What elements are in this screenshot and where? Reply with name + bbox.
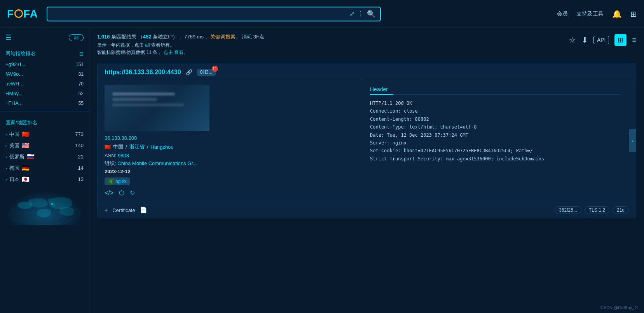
keyword-search-link[interactable]: 关键词搜索 bbox=[210, 34, 236, 40]
filter-icon[interactable]: ☰ bbox=[5, 33, 11, 42]
card-left: 36.133.38.200 🇨🇳 中国 / 浙江省 / Hangzhou ASN… bbox=[98, 79, 363, 202]
chevron-icon: › bbox=[5, 177, 7, 182]
flag-china-card: 🇨🇳 bbox=[105, 144, 111, 150]
bell-icon[interactable]: 🔔 bbox=[612, 9, 622, 19]
refresh-icon[interactable]: ↻ bbox=[130, 189, 135, 196]
header-nav: 会员 支持及工具 🔔 ⊞ bbox=[557, 9, 637, 19]
list-view-button[interactable]: ≡ bbox=[632, 36, 636, 44]
logo: F FA bbox=[7, 8, 42, 20]
fingerprint-item-1[interactable]: +g92+I... 151 bbox=[0, 59, 89, 69]
response-time: 7769 ms bbox=[184, 34, 204, 40]
cert-tag-days[interactable]: 21d bbox=[613, 206, 629, 214]
code-icon[interactable]: </> bbox=[105, 190, 113, 196]
country-list: › 中国 🇨🇳 773 › 美国 🇺🇸 140 › 俄罗斯 🇷🇺 bbox=[0, 129, 89, 185]
asn-link[interactable]: 9808 bbox=[118, 153, 129, 158]
http-line-4: Content-Type: text/html; charset=utf-8 bbox=[370, 123, 621, 131]
all-badge[interactable]: all bbox=[69, 34, 84, 41]
card-action-icons: </> ⬡ ↻ bbox=[105, 189, 356, 196]
star-button[interactable]: ☆ bbox=[569, 35, 576, 45]
card-tabs: Header bbox=[370, 85, 621, 95]
fingerprint-item-4[interactable]: HM6y... 62 bbox=[0, 89, 89, 98]
results-header-row: 1,016 条匹配结果 （452 条独立IP）， 7769 ms， 关键词搜索。… bbox=[89, 28, 644, 57]
country-item-usa[interactable]: › 美国 🇺🇸 140 bbox=[0, 140, 89, 151]
http-line-5: Date: Tue, 12 Dec 2023 07:37:24 GMT bbox=[370, 131, 621, 139]
svg-point-3 bbox=[30, 202, 31, 203]
flag-germany: 🇩🇪 bbox=[22, 164, 30, 172]
fingerprint-item-2[interactable]: fAV9o... 81 bbox=[0, 69, 89, 79]
nav-member[interactable]: 会员 bbox=[557, 10, 568, 17]
grid-icon[interactable]: ⊞ bbox=[630, 9, 637, 19]
http-line-3: Content-Length: 80882 bbox=[370, 115, 621, 123]
card-date: 2023-12-12 bbox=[105, 169, 356, 174]
nginx-icon: N bbox=[108, 178, 114, 184]
main-layout: ☰ all 网站指纹排名 ⊟ +g92+I... 151 fAV9o... 81… bbox=[0, 28, 644, 313]
search-bar: ((title="Logbase" || header="Server: dum… bbox=[47, 7, 381, 21]
card-body: 36.133.38.200 🇨🇳 中国 / 浙江省 / Hangzhou ASN… bbox=[98, 79, 636, 202]
http-line-8: Strict-Transport-Security: max-age=31536… bbox=[370, 155, 621, 163]
footer-credit: CSDN @OidBoy_G bbox=[600, 305, 638, 310]
expand-icon[interactable]: ⤢ bbox=[349, 10, 354, 17]
cert-add-icon[interactable]: + bbox=[105, 207, 108, 213]
tab-header[interactable]: Header bbox=[370, 85, 393, 95]
chevron-icon: › bbox=[5, 155, 7, 159]
search-input[interactable]: ((title="Logbase" || header="Server: dum… bbox=[52, 11, 346, 17]
unique-ip-count: 452 bbox=[143, 34, 152, 40]
results-header-right: ☆ ⬇ API ⊞ ≡ bbox=[569, 33, 636, 46]
flag-japan: 🇯🇵 bbox=[22, 176, 30, 183]
grid-view-button[interactable]: ⊞ bbox=[614, 34, 627, 46]
cert-tag-hash[interactable]: 362f25... bbox=[555, 206, 581, 214]
card-ip[interactable]: 36.133.38.200 bbox=[105, 135, 356, 141]
api-button[interactable]: API bbox=[593, 36, 609, 44]
all-link[interactable]: all bbox=[145, 42, 150, 48]
city-link[interactable]: Hangzhou bbox=[150, 144, 173, 150]
card-badge[interactable]: 0H3... 11 bbox=[197, 69, 216, 76]
province-link[interactable]: 浙江省 bbox=[129, 143, 145, 150]
cert-doc-icon[interactable]: 📄 bbox=[140, 207, 147, 214]
more-icon[interactable]: ⋮ bbox=[358, 10, 364, 17]
http-line-7: Set-Cookie: bhost=021EAC95F56C70725FBE8C… bbox=[370, 147, 621, 155]
cert-tag-tls[interactable]: TLS 1.2 bbox=[585, 206, 609, 214]
chain-icon: 🔗 bbox=[186, 69, 192, 75]
results-note-1: 显示一年内数据，点击 all 查看所有。 bbox=[97, 42, 569, 49]
cube-icon[interactable]: ⬡ bbox=[119, 189, 124, 196]
download-button[interactable]: ⬇ bbox=[581, 35, 588, 45]
sidebar: ☰ all 网站指纹排名 ⊟ +g92+I... 151 fAV9o... 81… bbox=[0, 28, 89, 313]
svg-point-2 bbox=[54, 205, 55, 206]
results-stats: 1,016 条匹配结果 （452 条独立IP）， 7769 ms， 关键词搜索。… bbox=[97, 33, 569, 40]
card-screenshot bbox=[105, 85, 209, 131]
card-location: 🇨🇳 中国 / 浙江省 / Hangzhou bbox=[105, 143, 356, 150]
flag-china: 🇨🇳 bbox=[22, 130, 30, 138]
chevron-icon: › bbox=[5, 143, 7, 148]
content-area: 1,016 条匹配结果 （452 条独立IP）， 7769 ms， 关键词搜索。… bbox=[89, 28, 644, 313]
country-item-china[interactable]: › 中国 🇨🇳 773 bbox=[0, 129, 89, 140]
nginx-badge[interactable]: N nginx bbox=[105, 177, 130, 185]
fingerprint-filter-icon[interactable]: ⊟ bbox=[79, 51, 84, 57]
scroll-hint[interactable]: › bbox=[629, 129, 636, 152]
results-note-2: 智能排除蜜罐/仿真数据 11 条， 点击 查看。 bbox=[97, 49, 569, 56]
http-line-1: HTTP/1.1 200 OK bbox=[370, 99, 621, 107]
search-button[interactable]: 🔍 bbox=[367, 10, 375, 18]
card-tech: N nginx bbox=[105, 177, 356, 185]
chevron-icon: › bbox=[5, 132, 7, 137]
fingerprint-item-3[interactable]: uvWH... 70 bbox=[0, 79, 89, 89]
country-item-russia[interactable]: › 俄罗斯 🇷🇺 21 bbox=[0, 151, 89, 162]
http-line-6: Server: nginx bbox=[370, 139, 621, 147]
fingerprint-item-5[interactable]: +FHA... 55 bbox=[0, 98, 89, 108]
org-link[interactable]: China Mobile Communications Gr... bbox=[117, 160, 197, 166]
nav-tools[interactable]: 支持及工具 bbox=[576, 10, 604, 17]
country-item-japan[interactable]: › 日本 🇯🇵 13 bbox=[0, 174, 89, 185]
cert-label[interactable]: Certificate bbox=[112, 207, 135, 213]
card-url-link[interactable]: https://36.133.38.200:4430 bbox=[105, 69, 181, 76]
sidebar-divider-1 bbox=[0, 111, 89, 111]
results-text-block: 1,016 条匹配结果 （452 条独立IP）， 7769 ms， 关键词搜索。… bbox=[97, 33, 569, 57]
cert-badge-group: 362f25... TLS 1.2 21d bbox=[555, 206, 629, 214]
screenshot-blur bbox=[105, 85, 209, 131]
card-asn: ASN: 9808 bbox=[105, 153, 356, 158]
country-item-germany[interactable]: › 德国 🇩🇪 14 bbox=[0, 162, 89, 174]
header: F FA ((title="Logbase" || header="Server… bbox=[0, 0, 644, 28]
result-card-1: https://36.133.38.200:4430 🔗 0H3... 11 bbox=[97, 63, 636, 218]
sidebar-top: ☰ all bbox=[0, 33, 89, 45]
logo-circle-icon bbox=[14, 9, 23, 18]
click-view-link[interactable]: 点击 查看。 bbox=[164, 50, 188, 55]
fingerprint-section-title: 网站指纹排名 ⊟ bbox=[0, 45, 89, 59]
